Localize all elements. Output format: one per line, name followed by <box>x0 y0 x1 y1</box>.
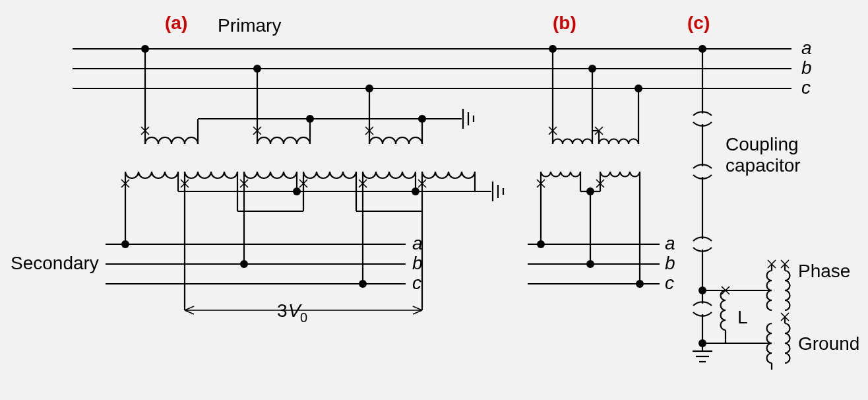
svg-point-51 <box>635 84 642 92</box>
sec2-c-label: c <box>665 273 674 293</box>
sec2-a-label: a <box>665 233 675 253</box>
sec-c-label: c <box>412 273 421 293</box>
section-c: Coupling capacitor L Phase Ground <box>693 45 859 370</box>
inductor-L-label: L <box>737 307 748 327</box>
sec2-b-label: b <box>665 253 675 273</box>
circuit-diagram: a b c (a) Primary (b) (c) <box>0 0 868 400</box>
section-b-marker: (b) <box>553 13 576 33</box>
primary-label: Primary <box>218 15 281 36</box>
sec-a-label: a <box>412 233 423 253</box>
svg-point-47 <box>588 65 596 73</box>
bus-b-label: b <box>801 57 812 78</box>
section-a: a b c Secondary 3 V 0 <box>11 45 503 325</box>
coupling-label-1: Coupling <box>726 134 799 154</box>
svg-text:0: 0 <box>300 310 307 325</box>
bus-c-label: c <box>801 77 811 98</box>
coupling-label-2: capacitor <box>726 155 801 176</box>
three-v0-label: 3 V 0 <box>277 300 307 325</box>
primary-bus <box>73 49 791 88</box>
section-b: a b c <box>528 45 675 293</box>
section-a-marker: (a) <box>165 13 187 33</box>
sec-b-label: b <box>412 253 423 273</box>
section-c-marker: (c) <box>687 13 710 33</box>
svg-text:3: 3 <box>277 300 288 321</box>
secondary-label: Secondary <box>11 253 99 273</box>
bus-a-label: a <box>801 38 812 58</box>
phase-label: Phase <box>798 261 850 281</box>
ground-label: Ground <box>798 333 859 354</box>
